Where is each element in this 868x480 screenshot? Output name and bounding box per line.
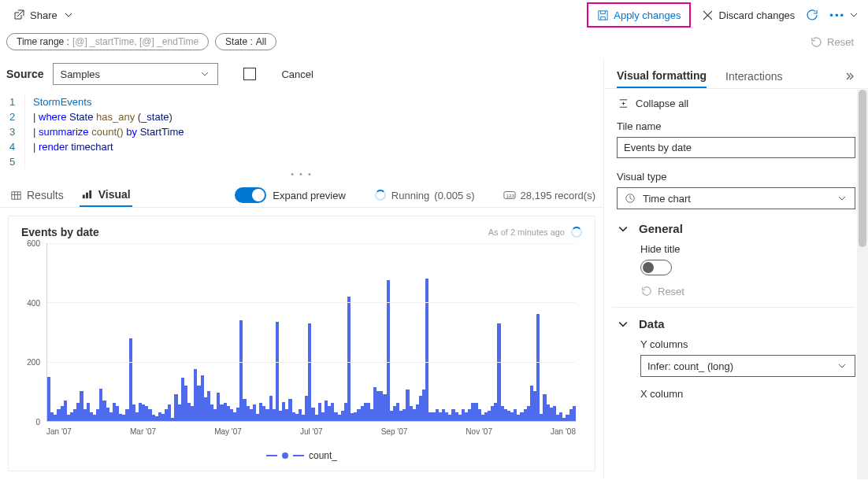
refresh-button[interactable]	[806, 9, 818, 21]
reset-general-button[interactable]: Reset	[640, 285, 855, 297]
running-duration: (0.005 s)	[434, 190, 474, 201]
y-columns-value: Infer: count_ (long)	[647, 360, 733, 372]
state-filter[interactable]: State : All	[215, 33, 276, 50]
plot-grid	[46, 243, 576, 422]
svg-text:123: 123	[506, 193, 514, 198]
tab-interactions[interactable]: Interactions	[725, 65, 782, 87]
clock-icon	[624, 192, 636, 205]
expand-panel-button[interactable]	[843, 70, 855, 83]
visual-type-value: Time chart	[643, 193, 691, 205]
visual-type-dropdown[interactable]: Time chart	[617, 187, 855, 209]
query-editor[interactable]: 1 2 3 4 5 StormEvents | where State has_…	[0, 93, 603, 169]
cancel-button[interactable]: Cancel	[281, 68, 313, 80]
collapse-all-label: Collapse all	[636, 98, 688, 109]
collapse-all-button[interactable]: Collapse all	[617, 97, 855, 109]
tab-visual[interactable]: Visual	[80, 183, 132, 207]
state-value: All	[256, 36, 266, 47]
apply-changes-button[interactable]: Apply changes	[587, 2, 690, 28]
collapse-icon	[617, 97, 629, 109]
checkbox[interactable]	[243, 68, 256, 80]
state-label: State :	[225, 36, 253, 47]
svg-rect-0	[599, 10, 607, 19]
expand-preview-toggle[interactable]	[235, 187, 266, 203]
scrollbar-thumb[interactable]	[859, 90, 866, 247]
apply-changes-label: Apply changes	[614, 9, 681, 21]
spinner-icon	[374, 189, 387, 201]
reset-general-label: Reset	[658, 286, 684, 297]
chart-icon	[81, 188, 94, 201]
svg-rect-4	[90, 190, 92, 198]
tab-visual-formatting[interactable]: Visual formatting	[617, 65, 707, 88]
hide-title-label: Hide title	[640, 243, 855, 255]
svg-rect-3	[86, 192, 88, 198]
chart-legend: count_	[21, 450, 582, 461]
source-value: Samples	[60, 68, 100, 80]
save-icon	[596, 9, 609, 21]
line-gutter: 1 2 3 4 5	[0, 93, 25, 169]
vertical-resize-handle[interactable]: • • •	[0, 169, 603, 180]
time-range-filter[interactable]: Time range : [@] _startTime, [@] _endTim…	[6, 33, 209, 50]
svg-rect-1	[11, 191, 20, 198]
tile-name-input[interactable]: Events by date	[617, 137, 855, 158]
undo-icon	[810, 35, 822, 48]
share-label: Share	[30, 9, 57, 21]
records-icon: 123	[503, 189, 516, 201]
spinner-icon	[571, 227, 582, 238]
reset-filters-button[interactable]: Reset	[810, 35, 862, 48]
reset-label: Reset	[827, 36, 854, 48]
visual-type-label: Visual type	[617, 171, 855, 183]
source-dropdown[interactable]: Samples	[53, 63, 218, 85]
panel-scrollbar[interactable]	[857, 90, 868, 479]
source-label: Source	[6, 68, 43, 80]
x-column-label: X column	[640, 388, 855, 400]
chart-tile: Events by date As of 2 minutes ago 02004…	[8, 216, 595, 471]
chevron-down-icon	[198, 68, 211, 80]
close-icon	[702, 9, 714, 21]
section-general-header[interactable]: General	[617, 222, 855, 235]
chevron-down-icon	[836, 360, 848, 372]
tile-name-value: Events by date	[624, 142, 692, 153]
undo-icon	[640, 285, 653, 297]
y-columns-label: Y columns	[640, 338, 855, 350]
tab-results-label: Results	[27, 189, 64, 201]
chart-asof: As of 2 minutes ago	[488, 227, 565, 237]
tab-results[interactable]: Results	[8, 184, 65, 206]
y-axis: 0200400600	[21, 243, 43, 422]
running-label: Running	[391, 190, 429, 201]
discard-changes-label: Discard changes	[719, 9, 796, 21]
chevron-down-icon	[62, 9, 75, 21]
hide-title-toggle[interactable]	[640, 260, 672, 275]
section-general-label: General	[639, 222, 683, 235]
code-body: StormEvents | where State has_any (_stat…	[25, 93, 184, 169]
time-range-value: [@] _startTime, [@] _endTime	[72, 36, 198, 47]
svg-rect-2	[83, 194, 85, 198]
ellipsis-icon: •••	[829, 9, 845, 21]
chevron-down-icon	[617, 223, 629, 235]
expand-preview-label: Expand preview	[273, 190, 346, 201]
table-icon	[9, 189, 22, 201]
section-data-header[interactable]: Data	[617, 317, 855, 330]
share-icon	[13, 9, 25, 21]
discard-changes-button[interactable]: Discard changes	[702, 9, 796, 21]
chevron-down-icon	[848, 9, 860, 21]
tile-name-label: Tile name	[617, 120, 855, 132]
more-menu-button[interactable]: •••	[829, 9, 860, 21]
x-axis: Jan '07Mar '07May '07Jul '07Sep '07Nov '…	[46, 427, 576, 436]
chevron-down-icon	[617, 318, 629, 330]
time-range-label: Time range :	[17, 36, 69, 47]
chevron-down-icon	[836, 192, 848, 205]
tab-visual-label: Visual	[98, 188, 131, 201]
chart-title: Events by date	[21, 226, 99, 238]
section-data-label: Data	[639, 317, 665, 330]
share-button[interactable]: Share	[8, 6, 80, 24]
legend-label: count_	[309, 450, 337, 461]
record-count-label: 28,195 record(s)	[521, 190, 595, 201]
y-columns-dropdown[interactable]: Infer: count_ (long)	[640, 355, 855, 377]
